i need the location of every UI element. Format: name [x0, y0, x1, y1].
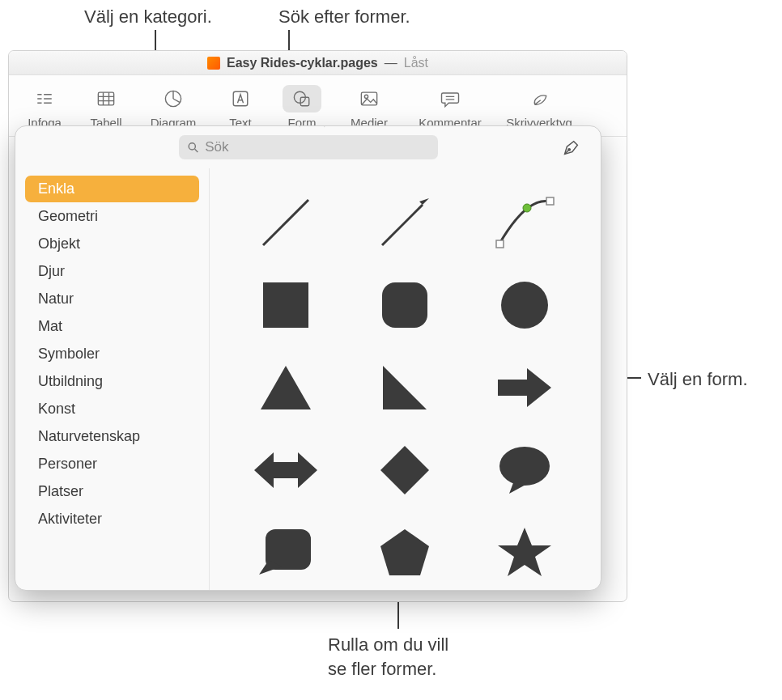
table-icon — [94, 87, 118, 110]
category-item-utbildning[interactable]: Utbildning — [25, 368, 199, 395]
svg-marker-35 — [498, 368, 551, 407]
draw-with-pen-button[interactable] — [559, 136, 583, 160]
svg-rect-28 — [546, 197, 554, 205]
toolbar-text[interactable]: Text — [210, 82, 271, 129]
svg-point-23 — [568, 149, 570, 151]
category-item-naturvetenskap[interactable]: Naturvetenskap — [25, 423, 199, 450]
svg-line-22 — [194, 149, 198, 152]
shape-double-arrow[interactable] — [237, 432, 334, 508]
toolbar-media[interactable]: Medier — [333, 82, 406, 129]
shape-diamond[interactable] — [356, 432, 453, 508]
category-item-personer[interactable]: Personer — [25, 451, 199, 477]
callout-category: Välj en kategori. — [84, 5, 212, 29]
shape-line[interactable] — [237, 185, 334, 261]
svg-point-38 — [499, 447, 550, 486]
insert-icon — [32, 87, 57, 110]
toolbar-author[interactable]: Skrivverktyg — [495, 82, 584, 129]
shapes-search-input[interactable] — [205, 139, 429, 155]
category-item-enkla[interactable]: Enkla — [25, 176, 199, 202]
shape-rounded-square[interactable] — [356, 267, 453, 343]
svg-marker-36 — [254, 452, 317, 488]
text-icon — [228, 87, 253, 110]
shape-triangle[interactable] — [237, 350, 334, 426]
toolbar-comment[interactable]: Kommentar — [406, 82, 495, 129]
toolbar-table[interactable]: Tabell — [75, 82, 137, 129]
category-item-djur[interactable]: Djur — [25, 258, 199, 285]
category-item-konst[interactable]: Konst — [25, 396, 199, 422]
callout-search: Sök efter former. — [278, 5, 410, 29]
shape-speech-bubble[interactable] — [476, 432, 573, 508]
svg-marker-33 — [261, 366, 311, 409]
author-tools-icon — [527, 87, 551, 110]
toolbar-insert[interactable]: Infoga — [14, 82, 75, 129]
category-item-symboler[interactable]: Symboler — [25, 341, 199, 367]
category-item-aktiviteter[interactable]: Aktiviteter — [25, 506, 199, 532]
svg-rect-30 — [263, 282, 308, 328]
svg-point-21 — [189, 143, 195, 150]
svg-marker-42 — [380, 529, 429, 575]
shape-pentagon[interactable] — [356, 515, 453, 591]
pen-icon — [560, 138, 581, 159]
document-icon — [207, 57, 220, 70]
toolbar-shape[interactable]: Form — [271, 82, 333, 129]
callout-scroll: Rulla om du vill se fler former. — [328, 633, 448, 681]
category-item-platser[interactable]: Platser — [25, 478, 199, 505]
svg-marker-37 — [380, 446, 429, 494]
svg-rect-31 — [382, 282, 427, 328]
search-icon — [187, 141, 199, 154]
shape-callout-box[interactable] — [237, 515, 334, 591]
svg-line-13 — [173, 99, 180, 102]
category-list: Enkla Geometri Objekt Djur Natur Mat Sym… — [15, 168, 210, 590]
shape-right-triangle[interactable] — [356, 350, 453, 426]
shape-star[interactable] — [476, 515, 573, 591]
media-icon — [357, 87, 381, 110]
shapes-popover: Enkla Geometri Objekt Djur Natur Mat Sym… — [15, 125, 601, 591]
shapes-search[interactable] — [179, 135, 438, 159]
svg-point-29 — [523, 204, 531, 212]
toolbar-chart[interactable]: Diagram — [137, 82, 210, 129]
svg-rect-27 — [496, 240, 504, 248]
shape-icon — [290, 87, 314, 110]
shape-square[interactable] — [237, 267, 334, 343]
svg-marker-43 — [498, 528, 551, 576]
document-title: Easy Rides-cyklar.pages — [227, 56, 378, 70]
svg-line-25 — [382, 205, 423, 245]
chart-icon — [161, 87, 185, 110]
shape-curve[interactable] — [476, 185, 573, 261]
shape-arrow-line[interactable] — [356, 185, 453, 261]
callout-select-shape: Välj en form. — [648, 367, 748, 392]
svg-marker-34 — [383, 366, 427, 409]
shape-arrow-right[interactable] — [476, 350, 573, 426]
svg-rect-6 — [98, 92, 113, 105]
svg-point-32 — [501, 282, 548, 329]
category-item-mat[interactable]: Mat — [25, 313, 199, 340]
shapes-grid — [210, 168, 601, 590]
svg-line-24 — [263, 200, 308, 245]
category-item-objekt[interactable]: Objekt — [25, 231, 199, 257]
comment-icon — [438, 87, 462, 110]
shape-circle[interactable] — [476, 267, 573, 343]
document-status: Låst — [404, 56, 428, 70]
popover-header — [15, 126, 601, 168]
category-item-geometri[interactable]: Geometri — [25, 203, 199, 230]
title-separator: — — [385, 56, 397, 70]
category-item-natur[interactable]: Natur — [25, 286, 199, 312]
svg-point-18 — [364, 95, 368, 98]
window-titlebar: Easy Rides-cyklar.pages — Låst — [9, 51, 627, 75]
